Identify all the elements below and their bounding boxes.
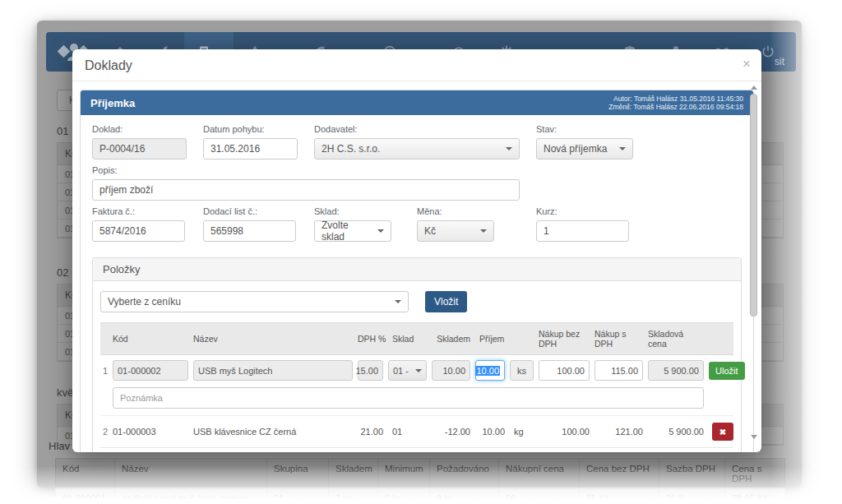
item-nakup-bez-dph: 100.00 xyxy=(536,427,592,437)
modal-title: Doklady xyxy=(85,58,749,73)
cell: 01 xyxy=(266,489,328,504)
sklad-label: Sklad: xyxy=(314,206,391,216)
datum-field[interactable]: 31.05.2016 xyxy=(203,138,298,160)
modal-body: Příjemka Autor: Tomáš Halász 31.05.2016 … xyxy=(72,81,761,452)
nav-power-label-fragment: sit xyxy=(775,56,784,67)
changed-line: Změnil: Tomáš Halász 22.06.2016 09:54:18 xyxy=(608,103,743,111)
dodaci-list-field[interactable]: 565998 xyxy=(203,220,296,242)
dodavatel-select[interactable]: 2H C.S. s.r.o. xyxy=(314,138,520,160)
doklad-field: P-0004/16 xyxy=(92,138,187,160)
item-prijem-input[interactable]: 10.00 xyxy=(475,360,505,381)
col-header-nakup-s-dph: Nákup s DPH xyxy=(592,323,645,354)
cell: 65 Kč xyxy=(579,489,659,504)
mena-label: Měna: xyxy=(417,206,494,216)
cell: 21 % xyxy=(659,489,724,504)
power-icon xyxy=(761,44,775,59)
scroll-down-icon[interactable] xyxy=(751,435,757,439)
scrollbar-thumb[interactable] xyxy=(750,94,757,317)
sklad-select[interactable]: Zvolte sklad xyxy=(314,220,391,242)
audit-info: Autor: Tomáš Halász 31.05.2016 11:45:30 … xyxy=(608,95,743,112)
item-kod: 01-000003 xyxy=(110,427,191,437)
scroll-up-icon[interactable] xyxy=(751,86,757,90)
caret-down-icon xyxy=(506,147,512,150)
row-number: 1 xyxy=(100,366,110,376)
item-nakup-s-dph: 121.00 xyxy=(592,427,645,437)
caret-down-icon xyxy=(377,229,384,233)
form-row-3: Faktura č.: 5874/2016 Dodací list č.: 56… xyxy=(92,206,742,247)
caret-down-icon xyxy=(395,300,401,303)
stav-select[interactable]: Nová příjemka xyxy=(536,138,633,160)
cell: 50 xyxy=(498,489,579,504)
item-skladova-cena: 5 900.00 xyxy=(645,427,706,437)
col-header-nakup-bez-dph: Nákup bez DPH xyxy=(536,323,592,354)
selected-value: 01 - xyxy=(393,366,409,376)
selected-value: Zvolte sklad xyxy=(322,220,372,243)
col-header xyxy=(507,333,536,344)
delete-button[interactable]: ✖ xyxy=(712,423,733,441)
col-header-sklad: Sklad xyxy=(386,328,429,349)
popis-field[interactable]: příjem zboží xyxy=(92,179,520,201)
form-row-2: Popis: příjem zboží xyxy=(92,165,742,206)
modal-scrollbar[interactable] xyxy=(750,86,758,439)
col-header-skladem: Skladem xyxy=(429,328,473,349)
item-unit-addon: ks xyxy=(510,360,534,381)
faktura-label: Faktura č.: xyxy=(92,206,185,216)
app-window: sit Hlavn 01 - H Kód 01-0 01-0 01-0 01-0… xyxy=(37,21,802,488)
kurz-label: Kurz: xyxy=(536,206,629,216)
item-kod-field: 01-000002 xyxy=(113,360,188,381)
caret-down-icon xyxy=(415,369,422,372)
cell: podložka pod myš šedá gaming pad xyxy=(114,489,266,504)
receipt-title: Příjemka xyxy=(90,97,135,109)
items-table-header: Kód Název DPH % Sklad Skladem Příjem Nák… xyxy=(100,322,733,355)
note-input[interactable] xyxy=(113,387,704,409)
item-prijem: 10.00 xyxy=(473,427,507,437)
item-sklad-select[interactable]: 01 - xyxy=(388,360,427,381)
products-table-row: 01-000001 podložka pod myš šedá gaming p… xyxy=(55,489,785,504)
selected-value: 2H C.S. s.r.o. xyxy=(322,143,380,155)
item-picker-row: Vyberte z ceníku Vložit xyxy=(100,291,733,312)
save-button[interactable]: Uložit xyxy=(709,362,745,380)
cell: 0 ks xyxy=(429,489,498,504)
insert-button[interactable]: Vložit xyxy=(425,291,467,312)
col-header-prijem: Příjem xyxy=(473,328,507,349)
screenshot-frame: sit Hlavn 01 - H Kód 01-0 01-0 01-0 01-0… xyxy=(0,0,842,504)
stav-label: Stav: xyxy=(536,124,633,134)
receipt-panel-body: Doklad: P-0004/16 Datum pohybu: 31.05.20… xyxy=(81,115,753,452)
close-icon[interactable]: × xyxy=(743,57,751,71)
item-skladova-cena-field: 5 900.00 xyxy=(648,360,704,381)
selected-value: Kč xyxy=(424,225,436,237)
receipt-panel-header: Příjemka Autor: Tomáš Halász 31.05.2016 … xyxy=(81,90,753,115)
doklady-modal: Doklady × Příjemka Autor: Tomáš Halász 3… xyxy=(72,49,761,452)
cell: 0 ks xyxy=(377,489,429,504)
item-nakup-bez-dph-input[interactable]: 100.00 xyxy=(539,360,590,381)
caret-down-icon xyxy=(480,229,487,233)
item-nazev-field: USB myš Logitech xyxy=(193,360,353,381)
item-note-row xyxy=(100,386,733,415)
cell: 3 ks xyxy=(328,489,377,504)
kurz-field[interactable]: 1 xyxy=(536,220,629,242)
item-nakup-s-dph-input[interactable]: 115.00 xyxy=(594,360,643,381)
dodavatel-label: Dodavatel: xyxy=(314,124,520,134)
receipt-panel: Příjemka Autor: Tomáš Halász 31.05.2016 … xyxy=(80,90,754,452)
item-edit-row: 1 01-000002 USB myš Logitech 15.00 01 - xyxy=(100,355,733,386)
selected-text: 10.00 xyxy=(475,366,500,376)
cell: 01-000001 xyxy=(55,489,114,504)
item-sklad: 01 xyxy=(386,427,429,437)
item-skladem: -12.00 xyxy=(429,427,473,437)
col-header xyxy=(100,333,110,344)
col-header xyxy=(706,333,739,344)
datum-label: Datum pohybu: xyxy=(203,124,298,134)
col-header-nazev: Název xyxy=(191,328,355,349)
cell: 78.65 Kč xyxy=(724,489,785,504)
items-panel-title: Položky xyxy=(93,258,741,281)
row-number: 2 xyxy=(100,427,110,437)
col-header-skladova-cena: Skladová cena xyxy=(645,323,706,354)
faktura-field[interactable]: 5874/2016 xyxy=(92,220,185,242)
form-row-1: Doklad: P-0004/16 Datum pohybu: 31.05.20… xyxy=(92,124,742,165)
selected-value: Vyberte z ceníku xyxy=(108,296,181,307)
price-list-select[interactable]: Vyberte z ceníku xyxy=(100,291,409,312)
mena-select[interactable]: Kč xyxy=(417,220,494,242)
selected-value: Nová příjemka xyxy=(544,143,607,155)
items-panel: Položky Vyberte z ceníku Vložit xyxy=(92,257,742,452)
item-row: 2 01-000003 USB klávesnice CZ černá 21.0… xyxy=(100,415,733,448)
